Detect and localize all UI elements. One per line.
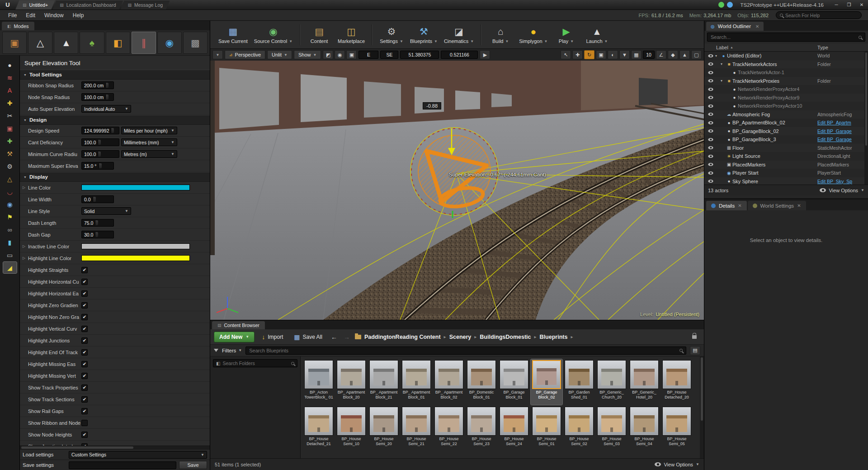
outliner-view-options-button[interactable]: View Options ▼ — [820, 188, 864, 193]
select-tool-icon[interactable]: ↖ — [561, 50, 571, 59]
drag-spinner-icon[interactable] — [93, 197, 96, 202]
stamp-tool-icon[interactable]: ▣ — [3, 123, 17, 134]
asset-tile[interactable]: BP_Generic_ Church_20 — [596, 359, 627, 405]
number-field[interactable]: 30.0 — [81, 231, 114, 238]
track-mode-icon[interactable]: ∥ — [132, 32, 156, 54]
asset-tile[interactable]: BP_House Semi_05 — [661, 406, 693, 451]
perspective-button[interactable]: ⊿ Perspective — [225, 50, 265, 59]
cinematics-button[interactable]: ◪Cinematics▼ — [441, 22, 476, 47]
grid-size-value[interactable]: 10 — [643, 51, 655, 59]
close-tab-icon[interactable]: ✕ — [755, 24, 759, 29]
expander-icon[interactable]: ▷ — [23, 244, 28, 248]
asset-tile[interactable]: BP_House Semi_10 — [335, 406, 367, 451]
breadcrumb-item[interactable]: Scenery — [449, 334, 472, 340]
surface-snap-icon[interactable]: ▼ — [619, 50, 630, 59]
visibility-toggle[interactable] — [706, 71, 715, 75]
asset-tile[interactable]: BP_ Apartment Block_02 — [433, 359, 465, 405]
drag-spinner-icon[interactable] — [98, 140, 101, 145]
coordinate-space-icon[interactable]: ◐ — [608, 50, 618, 59]
help-search-input[interactable] — [785, 13, 858, 18]
sources-toggle-icon[interactable]: ◧ — [216, 361, 220, 366]
color-swatch[interactable] — [81, 185, 190, 190]
cut-tool-icon[interactable]: ✂ — [3, 110, 17, 121]
checkbox[interactable]: ✔ — [81, 432, 88, 438]
tab-modes[interactable]: ◧ Modes — [2, 22, 34, 30]
magnet-tool-icon[interactable]: ◡ — [3, 186, 17, 197]
settings-button[interactable]: ⚙Settings▼ — [377, 22, 406, 47]
hammer-tool-icon[interactable]: ⚒ — [3, 148, 17, 159]
back-button[interactable]: ← — [330, 333, 339, 341]
asset-tile[interactable]: BP_House Semi_22 — [433, 406, 465, 451]
expand-arrow-icon[interactable]: ▾ — [721, 62, 726, 66]
place-mode-icon[interactable]: ▣ — [2, 32, 27, 54]
search-assets-input[interactable] — [249, 348, 677, 353]
latitude-field[interactable]: 51.380375 — [400, 51, 439, 59]
expander-icon[interactable]: ▷ — [23, 185, 28, 190]
flag-tool-icon[interactable]: ⚑ — [3, 211, 17, 223]
dropdown-field[interactable]: Metres (m)▼ — [121, 150, 177, 158]
filters-button[interactable]: Filters▼ — [222, 348, 242, 353]
number-field[interactable]: 100.0 cm — [81, 93, 114, 101]
close-button[interactable]: ✕ — [855, 0, 868, 9]
visibility-toggle[interactable] — [706, 79, 715, 83]
outliner-row[interactable]: ◉Player StartPlayerStart — [704, 169, 868, 177]
number-field[interactable]: 100.0 — [81, 138, 119, 146]
asset-tile[interactable]: BP_Acton TowerBlock_ 01 — [303, 359, 335, 405]
forward-button[interactable]: → — [342, 333, 351, 341]
visibility-toggle[interactable] — [706, 95, 715, 100]
checkbox[interactable]: ✔ — [81, 396, 88, 403]
outliner-row[interactable]: ●NetworkRenderProxyActor9 — [704, 94, 868, 102]
drag-spinner-icon[interactable] — [95, 232, 98, 237]
longitude-field[interactable]: 0.521166 — [441, 51, 478, 59]
asset-tile[interactable]: BP_House Semi_01 — [531, 406, 562, 451]
help-search[interactable] — [776, 11, 862, 19]
tab-content-browser[interactable]: ▤ Content Browser — [212, 321, 265, 329]
section-header-tool-settings[interactable]: ▼Tool Settings — [20, 70, 210, 80]
asset-tile[interactable]: BP_House Semi_23 — [466, 406, 497, 451]
tab-details[interactable]: Details ✕ — [706, 201, 747, 210]
drag-spinner-icon[interactable] — [105, 83, 108, 88]
go-to-location-icon[interactable]: ▶ — [480, 50, 490, 59]
visibility-toggle[interactable] — [706, 112, 715, 116]
asset-tile[interactable]: BP_ Apartment Block_20 — [335, 359, 367, 405]
build-button[interactable]: ⌂Build▼ — [486, 22, 515, 47]
simplygon-button[interactable]: ●Simplygon▼ — [516, 22, 550, 47]
checkbox[interactable]: ✔ — [81, 349, 88, 356]
section-header-display[interactable]: ▼Display — [20, 172, 210, 182]
drag-spinner-icon[interactable] — [99, 163, 102, 168]
viewport-3d-scene[interactable] — [210, 61, 704, 320]
menu-edit[interactable]: Edit — [21, 11, 40, 19]
asset-tile[interactable]: BP_House Detached_21 — [303, 406, 335, 451]
viewport-3d-canvas[interactable]: -0.88 Super Elevation: -0.67° (-244.61mm… — [210, 61, 704, 320]
feedback-icon[interactable] — [718, 2, 724, 8]
horizontal-scrollbar[interactable] — [20, 446, 210, 449]
checkbox[interactable]: ✔ — [81, 279, 88, 285]
link-tool-icon[interactable]: ∞ — [3, 224, 17, 235]
outliner-row[interactable]: ●NetworkRenderProxyActor10 — [704, 102, 868, 110]
drag-spinner-icon[interactable] — [98, 152, 101, 157]
search-folders-box[interactable]: ◧ — [213, 359, 297, 367]
dropdown-field[interactable]: Millimetres (mm)▼ — [121, 138, 177, 146]
edit-blueprint-link[interactable]: Edit BP_Apartm — [817, 120, 868, 125]
asset-tile[interactable]: BP_Garage Block_02 — [531, 359, 562, 405]
outliner-row[interactable]: ●Sky SphereEdit BP_Sky_Sp — [704, 177, 868, 185]
outliner-row[interactable]: ●NetworkRenderProxyActor4 — [704, 85, 868, 94]
marketplace-button[interactable]: ◫Marketplace — [335, 22, 368, 47]
viewmode-button[interactable]: Unlit▼ — [267, 50, 292, 59]
help-bubble-icon[interactable] — [727, 2, 733, 8]
breadcrumb-item[interactable]: BuildingsDomestic — [480, 334, 531, 340]
grid-snap-icon[interactable]: ▦ — [631, 50, 642, 59]
asset-tile[interactable]: BP_ Apartment Block_21 — [368, 359, 400, 405]
camera-icon[interactable]: ◉ — [335, 50, 345, 59]
blueprints-button[interactable]: ⚒Blueprints▼ — [407, 22, 440, 47]
launch-button[interactable]: ▲Launch▼ — [582, 22, 612, 47]
visibility-toggle[interactable] — [706, 146, 715, 150]
signal-tool-icon[interactable]: ▮ — [3, 237, 17, 248]
number-field[interactable]: 124.999992 — [81, 127, 119, 134]
outliner-row[interactable]: ▦FloorStaticMeshActor — [704, 144, 868, 152]
scale-tool-icon[interactable]: ▣ — [596, 50, 606, 59]
menu-file[interactable]: File — [4, 11, 21, 19]
dropdown-field[interactable]: Solid▼ — [81, 207, 131, 215]
expander-icon[interactable]: ▷ — [23, 256, 28, 260]
visibility-toggle[interactable] — [706, 62, 715, 66]
